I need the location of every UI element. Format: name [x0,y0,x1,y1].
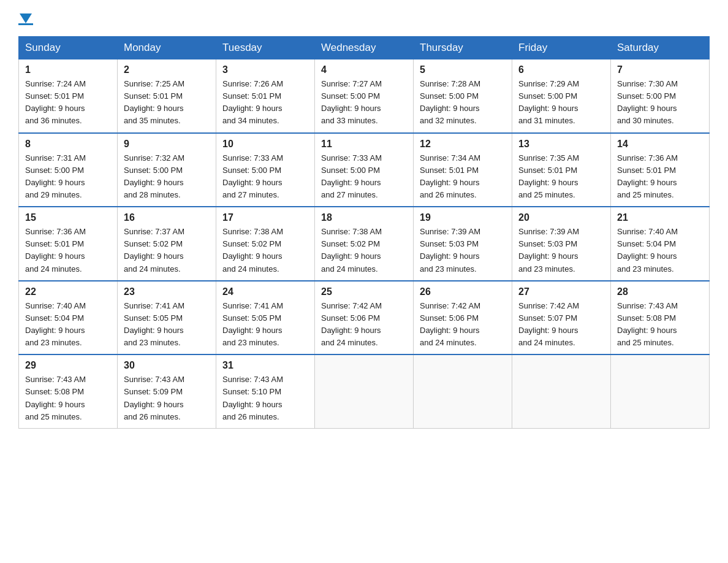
day-info: Sunrise: 7:43 AMSunset: 5:09 PMDaylight:… [124,375,184,421]
day-number: 13 [518,139,604,150]
day-info: Sunrise: 7:42 AMSunset: 5:06 PMDaylight:… [420,301,480,347]
column-header-thursday: Thursday [414,37,512,59]
day-info: Sunrise: 7:43 AMSunset: 5:10 PMDaylight:… [222,375,283,421]
day-info: Sunrise: 7:36 AMSunset: 5:01 PMDaylight:… [617,153,678,199]
day-info: Sunrise: 7:35 AMSunset: 5:01 PMDaylight:… [518,153,579,199]
logo-underline [18,23,33,25]
day-info: Sunrise: 7:39 AMSunset: 5:03 PMDaylight:… [518,227,579,273]
calendar-cell: 25 Sunrise: 7:42 AMSunset: 5:06 PMDaylig… [315,281,414,355]
day-info: Sunrise: 7:34 AMSunset: 5:01 PMDaylight:… [420,153,480,199]
day-info: Sunrise: 7:37 AMSunset: 5:02 PMDaylight:… [124,227,184,273]
calendar-cell: 6 Sunrise: 7:29 AMSunset: 5:00 PMDayligh… [512,59,611,133]
day-info: Sunrise: 7:33 AMSunset: 5:00 PMDaylight:… [321,153,382,199]
week-row-3: 15 Sunrise: 7:36 AMSunset: 5:01 PMDaylig… [19,207,710,281]
calendar-cell: 15 Sunrise: 7:36 AMSunset: 5:01 PMDaylig… [19,207,118,281]
day-number: 30 [124,360,210,371]
day-number: 25 [321,286,407,297]
calendar-cell: 5 Sunrise: 7:28 AMSunset: 5:00 PMDayligh… [414,59,512,133]
calendar-cell [512,354,611,428]
day-info: Sunrise: 7:32 AMSunset: 5:00 PMDaylight:… [124,153,184,199]
day-info: Sunrise: 7:29 AMSunset: 5:00 PMDaylight:… [518,79,579,125]
column-header-friday: Friday [512,37,611,59]
day-info: Sunrise: 7:27 AMSunset: 5:00 PMDaylight:… [321,79,382,125]
calendar-cell: 26 Sunrise: 7:42 AMSunset: 5:06 PMDaylig… [414,281,512,355]
calendar-cell: 19 Sunrise: 7:39 AMSunset: 5:03 PMDaylig… [414,207,512,281]
calendar-cell: 12 Sunrise: 7:34 AMSunset: 5:01 PMDaylig… [414,133,512,207]
day-number: 8 [25,139,111,150]
day-number: 27 [518,286,604,297]
calendar-cell: 27 Sunrise: 7:42 AMSunset: 5:07 PMDaylig… [512,281,611,355]
week-row-5: 29 Sunrise: 7:43 AMSunset: 5:08 PMDaylig… [19,354,710,428]
column-header-wednesday: Wednesday [315,37,414,59]
day-info: Sunrise: 7:43 AMSunset: 5:08 PMDaylight:… [617,301,678,347]
day-info: Sunrise: 7:31 AMSunset: 5:00 PMDaylight:… [25,153,86,199]
day-info: Sunrise: 7:30 AMSunset: 5:00 PMDaylight:… [617,79,678,125]
calendar-table: SundayMondayTuesdayWednesdayThursdayFrid… [18,36,710,429]
day-number: 17 [222,212,308,223]
calendar-cell [414,354,512,428]
calendar-cell: 2 Sunrise: 7:25 AMSunset: 5:01 PMDayligh… [118,59,216,133]
day-info: Sunrise: 7:38 AMSunset: 5:02 PMDaylight:… [222,227,283,273]
day-info: Sunrise: 7:33 AMSunset: 5:00 PMDaylight:… [222,153,283,199]
calendar-cell: 18 Sunrise: 7:38 AMSunset: 5:02 PMDaylig… [315,207,414,281]
day-number: 7 [617,64,703,75]
day-number: 11 [321,139,407,150]
calendar-cell: 20 Sunrise: 7:39 AMSunset: 5:03 PMDaylig… [512,207,611,281]
day-number: 28 [617,286,703,297]
day-number: 31 [222,360,308,371]
calendar-cell: 23 Sunrise: 7:41 AMSunset: 5:05 PMDaylig… [118,281,216,355]
day-info: Sunrise: 7:38 AMSunset: 5:02 PMDaylight:… [321,227,382,273]
calendar-cell: 28 Sunrise: 7:43 AMSunset: 5:08 PMDaylig… [611,281,710,355]
day-number: 1 [25,64,111,75]
day-number: 22 [25,286,111,297]
calendar-cell: 30 Sunrise: 7:43 AMSunset: 5:09 PMDaylig… [118,354,216,428]
day-info: Sunrise: 7:40 AMSunset: 5:04 PMDaylight:… [617,227,678,273]
day-number: 10 [222,139,308,150]
calendar-cell: 16 Sunrise: 7:37 AMSunset: 5:02 PMDaylig… [118,207,216,281]
calendar-cell: 1 Sunrise: 7:24 AMSunset: 5:01 PMDayligh… [19,59,118,133]
day-number: 26 [420,286,506,297]
calendar-cell: 13 Sunrise: 7:35 AMSunset: 5:01 PMDaylig… [512,133,611,207]
day-info: Sunrise: 7:41 AMSunset: 5:05 PMDaylight:… [124,301,184,347]
calendar-cell: 14 Sunrise: 7:36 AMSunset: 5:01 PMDaylig… [611,133,710,207]
calendar-cell: 4 Sunrise: 7:27 AMSunset: 5:00 PMDayligh… [315,59,414,133]
logo-triangle-icon [20,13,32,23]
day-info: Sunrise: 7:40 AMSunset: 5:04 PMDaylight:… [25,301,86,347]
day-info: Sunrise: 7:39 AMSunset: 5:03 PMDaylight:… [420,227,480,273]
logo [18,12,33,25]
calendar-header-row: SundayMondayTuesdayWednesdayThursdayFrid… [19,37,710,59]
day-number: 18 [321,212,407,223]
day-number: 15 [25,212,111,223]
day-number: 2 [124,64,210,75]
day-info: Sunrise: 7:28 AMSunset: 5:00 PMDaylight:… [420,79,480,125]
calendar-cell [315,354,414,428]
day-number: 29 [25,360,111,371]
column-header-saturday: Saturday [611,37,710,59]
day-number: 14 [617,139,703,150]
column-header-monday: Monday [118,37,216,59]
day-info: Sunrise: 7:36 AMSunset: 5:01 PMDaylight:… [25,227,86,273]
day-info: Sunrise: 7:43 AMSunset: 5:08 PMDaylight:… [25,375,86,421]
day-info: Sunrise: 7:26 AMSunset: 5:01 PMDaylight:… [222,79,283,125]
day-number: 12 [420,139,506,150]
day-info: Sunrise: 7:25 AMSunset: 5:01 PMDaylight:… [124,79,184,125]
calendar-cell: 9 Sunrise: 7:32 AMSunset: 5:00 PMDayligh… [118,133,216,207]
calendar-cell: 3 Sunrise: 7:26 AMSunset: 5:01 PMDayligh… [216,59,315,133]
day-number: 21 [617,212,703,223]
calendar-cell: 7 Sunrise: 7:30 AMSunset: 5:00 PMDayligh… [611,59,710,133]
day-info: Sunrise: 7:42 AMSunset: 5:06 PMDaylight:… [321,301,382,347]
column-header-tuesday: Tuesday [216,37,315,59]
day-number: 19 [420,212,506,223]
day-number: 5 [420,64,506,75]
calendar-cell: 17 Sunrise: 7:38 AMSunset: 5:02 PMDaylig… [216,207,315,281]
week-row-1: 1 Sunrise: 7:24 AMSunset: 5:01 PMDayligh… [19,59,710,133]
week-row-4: 22 Sunrise: 7:40 AMSunset: 5:04 PMDaylig… [19,281,710,355]
day-number: 24 [222,286,308,297]
page-header [18,12,710,25]
day-number: 3 [222,64,308,75]
calendar-cell: 24 Sunrise: 7:41 AMSunset: 5:05 PMDaylig… [216,281,315,355]
column-header-sunday: Sunday [19,37,118,59]
calendar-cell: 22 Sunrise: 7:40 AMSunset: 5:04 PMDaylig… [19,281,118,355]
calendar-cell: 21 Sunrise: 7:40 AMSunset: 5:04 PMDaylig… [611,207,710,281]
calendar-cell: 8 Sunrise: 7:31 AMSunset: 5:00 PMDayligh… [19,133,118,207]
